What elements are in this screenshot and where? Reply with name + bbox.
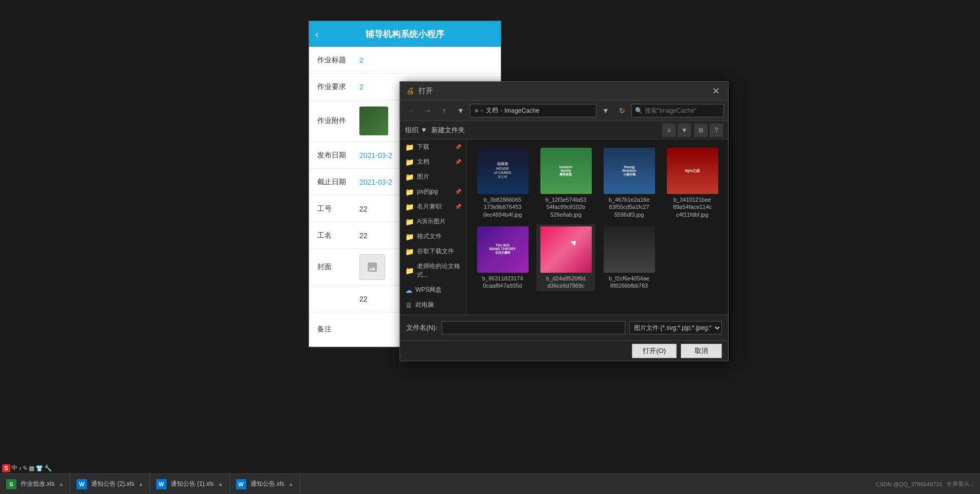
filename-input[interactable]	[442, 324, 625, 331]
filename-input-wrap	[442, 321, 625, 334]
folder-icon-ps-jpg: 📁	[405, 188, 414, 196]
value-homework-title[interactable]: 2	[355, 50, 501, 70]
path-bar: ■ « 文档 › ImageCache	[470, 104, 596, 117]
path-documents[interactable]: 文档	[486, 106, 498, 115]
organize-button[interactable]: 组织 ▼	[405, 126, 427, 135]
folder-icon-download: 📁	[405, 143, 414, 151]
nav-recent-button[interactable]: ▼	[453, 103, 468, 118]
new-folder-button[interactable]: 新建文件夹	[431, 126, 465, 135]
sidebar-item-wps-cloud[interactable]: ☁ WPS网盘	[400, 283, 466, 297]
dialog-close-button[interactable]: ✕	[710, 85, 722, 97]
sidebar-label-download: 下载	[417, 143, 429, 151]
dialog-title-text: 打开	[419, 86, 710, 96]
tray-icon-grid[interactable]: ▦	[29, 465, 34, 472]
file-thumb-1: 纸牌屋HOUSEof CARDS第五季	[477, 148, 529, 194]
tray-icon-music[interactable]: ♪	[19, 465, 22, 472]
view-help-button[interactable]: ?	[710, 123, 723, 137]
sidebar-label-ps-jpg: ps的jpg	[417, 187, 438, 196]
file-item-3[interactable]: YoungSheldon小谢尔顿 b_467b1e2a16e83f55cd5a1…	[600, 146, 659, 220]
taskbar-label-notice2: 通知公告 (2).xls	[91, 480, 134, 488]
sidebar-item-format-files[interactable]: 📁 格式文件	[400, 229, 466, 244]
folder-icon-format-files: 📁	[405, 233, 414, 241]
file-thumb-5: The BIGBANG THEORY生活大爆炸	[477, 226, 529, 273]
dialog-title-icon: 🖨	[406, 86, 414, 96]
file-item-1[interactable]: 纸牌屋HOUSEof CARDS第五季 b_3b82886065173e9b87…	[473, 146, 532, 220]
tray-icon-s[interactable]: S	[2, 464, 10, 472]
folder-icon-wps-cloud: ☁	[405, 286, 412, 294]
nav-back-button[interactable]: ←	[404, 103, 419, 118]
nav-forward-button[interactable]: →	[421, 103, 435, 118]
sidebar-label-demo-images: A演示图片	[417, 217, 446, 226]
file-item-6[interactable]: b_d24a8520f6dd36ce6d7869c	[536, 224, 595, 292]
organize-label: 组织	[405, 126, 419, 135]
path-imagecache[interactable]: ImageCache	[504, 107, 539, 114]
dialog-cancel-button[interactable]: 取消	[681, 344, 722, 358]
sidebar-item-pictures[interactable]: 📁 图片	[400, 169, 466, 184]
filetype-select[interactable]: 图片文件 (*.svg;*.pjp;*.jpeg;*	[629, 321, 722, 334]
folder-icon-demo-images: 📁	[405, 218, 414, 226]
dialog-open-button[interactable]: 打开(O)	[632, 344, 677, 358]
file-item-2[interactable]: modernfamily摩登家庭 b_12f3e574fa5354fac99c8…	[536, 146, 595, 220]
label-homework-title: 作业标题	[309, 49, 355, 71]
taskbar-chevron-2: ▲	[138, 481, 143, 487]
nav-up-button[interactable]: ↑	[437, 103, 451, 118]
tray-icon-chinese[interactable]: 中	[11, 464, 17, 472]
dialog-toolbar: 组织 ▼ 新建文件夹 ≡ ▼ ⊞ ?	[400, 121, 728, 139]
file-grid: 纸牌屋HOUSEof CARDS第五季 b_3b82886065173e9b87…	[467, 139, 728, 297]
file-name-3: b_467b1e2a16e83f55cd5a1fc275596df3.jpg	[609, 196, 650, 218]
view-details-button[interactable]: ⊞	[694, 123, 707, 137]
sidebar-item-teacher-papers[interactable]: 📁 老师给的论文格式...	[400, 259, 466, 283]
sidebar-label-documents: 文档	[417, 157, 429, 166]
sidebar-label-teacher-papers: 老师给的论文格式...	[417, 262, 461, 279]
phone-header: ‹ 辅导机构系统小程序	[309, 21, 501, 47]
attachment-image[interactable]	[359, 107, 388, 135]
file-item-7[interactable]: b_f2cf6e4054ae8f8266bfbb783	[600, 224, 659, 292]
sidebar-item-download[interactable]: 📁 下载 📌	[400, 139, 466, 154]
dialog-file-content: 纸牌屋HOUSEof CARDS第五季 b_3b82886065173e9b87…	[467, 139, 728, 314]
sidebar-item-demo-images[interactable]: 📁 A演示图片	[400, 214, 466, 229]
nav-refresh-button[interactable]: ↻	[615, 103, 629, 118]
sidebar-label-business: 名片兼职	[417, 202, 442, 211]
file-thumb-7	[604, 226, 655, 273]
label-remarks: 备注	[309, 319, 355, 340]
pin-icon-ps-jpg: 📌	[455, 189, 461, 195]
taskbar-file-icon-notice2: W	[77, 479, 87, 489]
phone-app-title: 辅导机构系统小程序	[366, 28, 444, 40]
sidebar-item-documents[interactable]: 📁 文档 📌	[400, 154, 466, 169]
file-name-4: b_3410121bee89a54face114cc4f11fdbf.jpg	[673, 196, 712, 218]
tray-icon-wrench[interactable]: 🔧	[44, 465, 52, 472]
sidebar-item-business[interactable]: 📁 名片兼职 📌	[400, 199, 466, 214]
path-dropdown-button[interactable]: ▼	[598, 103, 613, 118]
search-input[interactable]	[645, 107, 722, 114]
folder-icon-this-pc: 🖥	[405, 301, 412, 309]
view-list-button[interactable]: ≡	[662, 123, 676, 137]
taskbar-label-zuoye: 作业批改.xls	[21, 480, 55, 488]
file-item-5[interactable]: The BIGBANG THEORY生活大爆炸 b_863118231740ca…	[473, 224, 532, 292]
file-item-4[interactable]: fight之战 b_3410121bee89a54face114cc4f11fd…	[663, 146, 722, 220]
taskbar-item-zuoye[interactable]: S 作业批改.xls ▲	[0, 474, 70, 495]
tray-icon-shirt[interactable]: 👕	[35, 465, 43, 472]
taskbar-item-notice[interactable]: W 通知公告.xls ▲	[230, 474, 300, 495]
fullscreen-text[interactable]: 全屏显示...	[947, 480, 974, 488]
view-dropdown-button[interactable]: ▼	[678, 123, 691, 137]
tray-icon-edit[interactable]: ✎	[23, 465, 28, 472]
sidebar-item-ps-jpg[interactable]: 📁 ps的jpg 📌	[400, 184, 466, 199]
file-thumb-3: YoungSheldon小谢尔顿	[604, 148, 655, 194]
image-placeholder-icon	[366, 261, 378, 273]
file-open-dialog[interactable]: 🖨 打开 ✕ ← → ↑ ▼ ■ « 文档 › ImageCache ▼ ↻ 🔍	[400, 81, 729, 361]
pin-icon-documents: 📌	[455, 159, 461, 165]
folder-icon-teacher-papers: 📁	[405, 267, 414, 275]
phone-back-button[interactable]: ‹	[315, 28, 319, 40]
file-name-2: b_12f3e574fa5354fac99c8102b526e6ab.jpg	[546, 196, 587, 218]
sidebar-item-this-pc[interactable]: 🖥 此电脑	[400, 297, 466, 312]
sidebar-item-google-downloads[interactable]: 📁 谷歌下载文件	[400, 244, 466, 259]
taskbar-chevron-3: ▲	[218, 481, 223, 487]
taskbar-item-notice1[interactable]: W 通知公告 (1).xls ▲	[150, 474, 230, 495]
taskbar-item-notice2[interactable]: W 通知公告 (2).xls ▲	[70, 474, 150, 495]
dialog-titlebar: 🖨 打开 ✕	[400, 82, 728, 100]
label-homework-attach: 作业附件	[309, 110, 355, 132]
dialog-footer-buttons: 打开(O) 取消	[400, 340, 728, 361]
taskbar-chevron-1: ▲	[59, 481, 64, 487]
cover-image-picker[interactable]	[359, 254, 385, 280]
form-row-homework-title: 作业标题 2	[309, 47, 501, 74]
